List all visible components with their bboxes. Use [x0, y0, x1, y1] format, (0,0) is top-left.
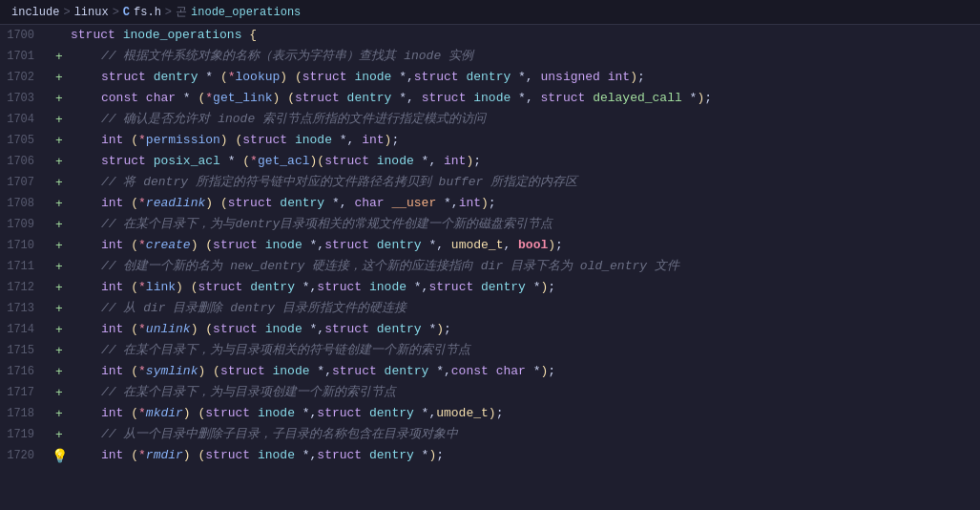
line-gutter-1713: + [50, 302, 69, 316]
line-number-1718: 1718 [0, 407, 50, 420]
line-number-1702: 1702 [0, 71, 50, 84]
code-line-1703: 1703 + const char * (*get_link) (struct … [0, 88, 980, 109]
line-content-1708: int (*readlink) (struct dentry *, char _… [69, 193, 980, 214]
line-gutter-1707: + [50, 176, 69, 190]
line-content-1703: const char * (*get_link) (struct dentry … [69, 88, 980, 109]
line-number-1714: 1714 [0, 323, 50, 336]
line-gutter-1702: + [50, 71, 69, 85]
line-number-1701: 1701 [0, 50, 50, 63]
line-content-1720: int (*rmdir) (struct inode *,struct dent… [69, 445, 980, 466]
line-content-1717: // 在某个目录下，为与目录项创建一个新的索引节点 [69, 382, 980, 403]
line-number-1716: 1716 [0, 365, 50, 378]
line-content-1716: int (*symlink) (struct inode *,struct de… [69, 361, 980, 382]
breadcrumb-sep-2: > [113, 6, 119, 19]
line-number-1705: 1705 [0, 134, 50, 147]
line-content-1718: int (*mkdir) (struct inode *,struct dent… [69, 403, 980, 424]
line-number-1708: 1708 [0, 197, 50, 210]
code-line-1714: 1714 + int (*unlink) (struct inode *,str… [0, 319, 980, 340]
line-number-1711: 1711 [0, 260, 50, 273]
line-number-1719: 1719 [0, 428, 50, 441]
code-line-1717: 1717 + // 在某个目录下，为与目录项创建一个新的索引节点 [0, 382, 980, 403]
line-gutter-1709: + [50, 218, 69, 232]
line-gutter-1711: + [50, 260, 69, 274]
code-container: 1700 struct inode_operations { 1701 + //… [0, 25, 980, 510]
code-line-1709: 1709 + // 在某个目录下，为与dentry目录项相关的常规文件创建一个新… [0, 214, 980, 235]
line-number-1715: 1715 [0, 344, 50, 357]
line-gutter-1718: + [50, 407, 69, 421]
line-content-1713: // 从 dir 目录删除 dentry 目录所指文件的硬连接 [69, 298, 980, 319]
line-content-1704: // 确认是否允许对 inode 索引节点所指的文件进行指定模式的访问 [69, 109, 980, 130]
code-line-1708: 1708 + int (*readlink) (struct dentry *,… [0, 193, 980, 214]
line-gutter-1712: + [50, 281, 69, 295]
line-content-1702: struct dentry * (*lookup) (struct inode … [69, 67, 980, 88]
line-gutter-1714: + [50, 323, 69, 337]
line-content-1709: // 在某个目录下，为与dentry目录项相关的常规文件创建一个新的磁盘索引节点 [69, 214, 980, 235]
line-number-1709: 1709 [0, 218, 50, 231]
code-line-1712: 1712 + int (*link) (struct dentry *,stru… [0, 277, 980, 298]
line-content-1701: // 根据文件系统对象的名称（表示为字符串）查找其 inode 实例 [69, 46, 980, 67]
code-line-1707: 1707 + // 将 dentry 所指定的符号链中对应的文件路径名拷贝到 b… [0, 172, 980, 193]
line-gutter-1704: + [50, 113, 69, 127]
line-number-1713: 1713 [0, 302, 50, 315]
line-number-1700: 1700 [0, 29, 50, 42]
code-line-1711: 1711 + // 创建一个新的名为 new_dentry 硬连接，这个新的应连… [0, 256, 980, 277]
line-gutter-1708: + [50, 197, 69, 211]
line-content-1719: // 从一个目录中删除子目录，子目录的名称包含在目录项对象中 [69, 424, 980, 445]
line-gutter-1717: + [50, 386, 69, 400]
breadcrumb-linux[interactable]: linux [74, 6, 109, 19]
line-content-1705: int (*permission) (struct inode *, int); [69, 130, 980, 151]
line-content-1707: // 将 dentry 所指定的符号链中对应的文件路径名拷贝到 buffer 所… [69, 172, 980, 193]
line-number-1703: 1703 [0, 92, 50, 105]
code-line-1705: 1705 + int (*permission) (struct inode *… [0, 130, 980, 151]
line-gutter-1710: + [50, 239, 69, 253]
code-line-1700: 1700 struct inode_operations { [0, 25, 980, 46]
code-line-1704: 1704 + // 确认是否允许对 inode 索引节点所指的文件进行指定模式的… [0, 109, 980, 130]
line-number-1706: 1706 [0, 155, 50, 168]
breadcrumb-inode-ops[interactable]: inode_operations [191, 6, 301, 19]
breadcrumb-include[interactable]: include [11, 6, 59, 19]
line-content-1706: struct posix_acl * (*get_acl)(struct ino… [69, 151, 980, 172]
breadcrumb-c-icon: C [123, 6, 130, 19]
line-number-1717: 1717 [0, 386, 50, 399]
line-content-1711: // 创建一个新的名为 new_dentry 硬连接，这个新的应连接指向 dir… [69, 256, 980, 277]
code-line-1716: 1716 + int (*symlink) (struct inode *,st… [0, 361, 980, 382]
breadcrumb-fsh[interactable]: fs.h [134, 6, 161, 19]
line-gutter-1705: + [50, 134, 69, 148]
line-gutter-1703: + [50, 92, 69, 106]
breadcrumb-struct-icon: 곤 [176, 4, 187, 20]
line-number-1707: 1707 [0, 176, 50, 189]
line-gutter-1701: + [50, 50, 69, 64]
code-line-1720: 1720 💡 int (*rmdir) (struct inode *,stru… [0, 445, 980, 466]
line-content-1715: // 在某个目录下，为与目录项相关的符号链创建一个新的索引节点 [69, 340, 980, 361]
code-line-1718: 1718 + int (*mkdir) (struct inode *,stru… [0, 403, 980, 424]
code-line-1701: 1701 + // 根据文件系统对象的名称（表示为字符串）查找其 inode 实… [0, 46, 980, 67]
code-line-1719: 1719 + // 从一个目录中删除子目录，子目录的名称包含在目录项对象中 [0, 424, 980, 445]
code-line-1713: 1713 + // 从 dir 目录删除 dentry 目录所指文件的硬连接 [0, 298, 980, 319]
code-line-1715: 1715 + // 在某个目录下，为与目录项相关的符号链创建一个新的索引节点 [0, 340, 980, 361]
breadcrumb-sep-1: > [63, 6, 70, 19]
line-gutter-1716: + [50, 365, 69, 379]
line-number-1712: 1712 [0, 281, 50, 294]
code-line-1710: 1710 + int (*create) (struct inode *,str… [0, 235, 980, 256]
breadcrumb-sep-3: > [165, 6, 172, 19]
breadcrumb-bar: include > linux > C fs.h > 곤 inode_opera… [0, 0, 980, 25]
line-content-1710: int (*create) (struct inode *,struct den… [69, 235, 980, 256]
line-content-1712: int (*link) (struct dentry *,struct inod… [69, 277, 980, 298]
code-line-1702: 1702 + struct dentry * (*lookup) (struct… [0, 67, 980, 88]
line-gutter-1715: + [50, 344, 69, 358]
line-number-1720: 1720 [0, 449, 50, 462]
code-line-1706: 1706 + struct posix_acl * (*get_acl)(str… [0, 151, 980, 172]
line-number-1704: 1704 [0, 113, 50, 126]
line-content-1700: struct inode_operations { [69, 25, 980, 46]
line-content-1714: int (*unlink) (struct inode *,struct den… [69, 319, 980, 340]
line-number-1710: 1710 [0, 239, 50, 252]
line-gutter-1706: + [50, 155, 69, 169]
line-gutter-1720: 💡 [50, 448, 69, 464]
line-gutter-1719: + [50, 428, 69, 442]
